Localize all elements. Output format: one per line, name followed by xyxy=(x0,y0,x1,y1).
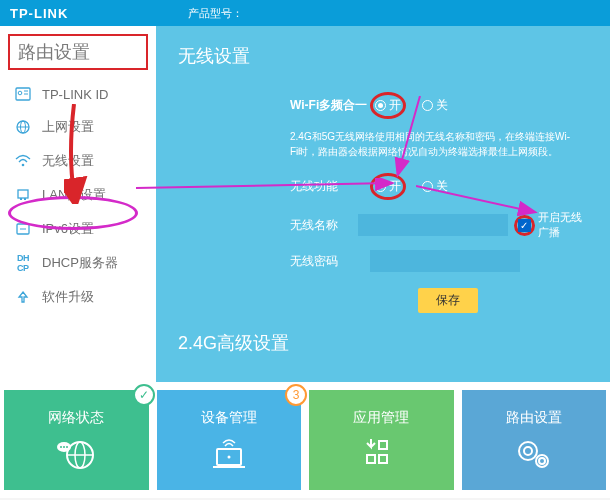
svg-point-29 xyxy=(524,447,532,455)
multiband-on-radio[interactable]: 开 xyxy=(375,97,401,114)
wifi-icon xyxy=(14,153,32,169)
annotation-circle-wireless-on: 开 xyxy=(370,173,406,200)
tile-label: 应用管理 xyxy=(353,409,409,427)
wireless-label: 无线功能 xyxy=(290,178,370,195)
logo: TP-LINK xyxy=(10,6,68,21)
sidebar-title-box: 路由设置 xyxy=(8,34,148,70)
multiband-label: Wi-Fi多频合一 xyxy=(290,97,370,114)
svg-point-21 xyxy=(63,446,65,448)
sidebar-item-label: TP-LINK ID xyxy=(42,87,108,102)
sidebar-item-label: LAN口设置 xyxy=(42,186,106,204)
apps-icon xyxy=(361,435,401,471)
svg-rect-26 xyxy=(379,441,387,449)
ssid-label: 无线名称 xyxy=(290,217,358,234)
page-title: 无线设置 xyxy=(178,44,590,68)
svg-point-20 xyxy=(60,446,62,448)
svg-point-25 xyxy=(227,456,230,459)
sidebar-item-label: 软件升级 xyxy=(42,288,94,306)
multiband-desc: 2.4G和5G无线网络使用相同的无线名称和密码，在终端连接Wi-Fi时，路由器会… xyxy=(290,129,570,159)
sidebar-item-dhcp[interactable]: DHCP DHCP服务器 xyxy=(0,246,156,280)
annotation-circle-broadcast: ✓ xyxy=(514,215,535,236)
ipv6-icon xyxy=(14,221,32,237)
lan-icon xyxy=(14,187,32,203)
tile-badge-check: ✓ xyxy=(133,384,155,406)
ssid-input[interactable] xyxy=(358,214,508,236)
tile-app-mgmt[interactable]: 应用管理 xyxy=(309,390,454,490)
svg-point-31 xyxy=(539,458,545,464)
sidebar-item-wireless[interactable]: 无线设置 xyxy=(0,144,156,178)
main-area: 路由设置 TP-LINK ID 上网设置 无线设置 LAN口设置 IPv6设置 … xyxy=(0,26,610,382)
sidebar-item-upgrade[interactable]: 软件升级 xyxy=(0,280,156,314)
row-wireless: 无线功能 开 关 xyxy=(290,173,590,200)
svg-point-32 xyxy=(536,455,548,467)
adv-title: 2.4G高级设置 xyxy=(178,331,590,355)
broadcast-checkbox[interactable]: ✓ xyxy=(518,219,531,232)
pwd-input[interactable] xyxy=(370,250,520,272)
sidebar-item-tplink-id[interactable]: TP-LINK ID xyxy=(0,78,156,110)
tile-network-status[interactable]: ✓ 网络状态 xyxy=(4,390,149,490)
tile-label: 设备管理 xyxy=(201,409,257,427)
svg-rect-8 xyxy=(18,190,28,198)
svg-rect-27 xyxy=(367,455,375,463)
top-bar: TP-LINK 产品型号： xyxy=(0,0,610,26)
tile-device-mgmt[interactable]: 3 设备管理 xyxy=(157,390,302,490)
sidebar-item-label: DHCP服务器 xyxy=(42,254,118,272)
multiband-off-radio[interactable]: 关 xyxy=(422,97,448,114)
sidebar-title: 路由设置 xyxy=(18,40,138,64)
broadcast-label: 开启无线广播 xyxy=(538,210,590,240)
svg-rect-9 xyxy=(20,198,22,200)
content: 无线设置 Wi-Fi多频合一 开 关 2.4G和5G无线网络使用相同的无线名称和… xyxy=(156,26,610,382)
dhcp-icon: DHCP xyxy=(14,255,32,271)
pwd-label: 无线密码 xyxy=(290,253,370,270)
svg-point-1 xyxy=(18,91,22,95)
tile-label: 网络状态 xyxy=(48,409,104,427)
row-multiband: Wi-Fi多频合一 开 关 xyxy=(290,92,590,119)
row-password: 无线密码 xyxy=(290,250,590,272)
svg-point-30 xyxy=(519,442,537,460)
row-ssid: 无线名称 ✓ 开启无线广播 xyxy=(290,210,590,240)
bottom-tiles: ✓ 网络状态 3 设备管理 应用管理 路由设置 xyxy=(0,382,610,498)
upgrade-icon xyxy=(14,289,32,305)
sidebar-item-internet[interactable]: 上网设置 xyxy=(0,110,156,144)
tile-label: 路由设置 xyxy=(506,409,562,427)
svg-rect-28 xyxy=(379,455,387,463)
svg-rect-10 xyxy=(24,198,26,200)
sidebar: 路由设置 TP-LINK ID 上网设置 无线设置 LAN口设置 IPv6设置 … xyxy=(0,26,156,382)
svg-point-22 xyxy=(66,446,68,448)
wireless-off-radio[interactable]: 关 xyxy=(422,178,448,195)
save-button[interactable]: 保存 xyxy=(418,288,478,313)
svg-point-7 xyxy=(22,164,25,167)
sidebar-item-label: IPv6设置 xyxy=(42,220,94,238)
id-icon xyxy=(14,86,32,102)
sidebar-item-lan[interactable]: LAN口设置 xyxy=(0,178,156,212)
tile-router-settings[interactable]: 路由设置 xyxy=(462,390,607,490)
globe-icon xyxy=(14,119,32,135)
sidebar-item-label: 无线设置 xyxy=(42,152,94,170)
sidebar-item-ipv6[interactable]: IPv6设置 xyxy=(0,212,156,246)
laptop-wifi-icon xyxy=(209,435,249,471)
sidebar-item-label: 上网设置 xyxy=(42,118,94,136)
gears-icon xyxy=(514,435,554,471)
globe-chat-icon xyxy=(56,435,96,471)
wireless-on-radio[interactable]: 开 xyxy=(375,178,401,195)
product-label: 产品型号： xyxy=(188,6,243,21)
tile-badge-count: 3 xyxy=(285,384,307,406)
annotation-circle-multiband-on: 开 xyxy=(370,92,406,119)
